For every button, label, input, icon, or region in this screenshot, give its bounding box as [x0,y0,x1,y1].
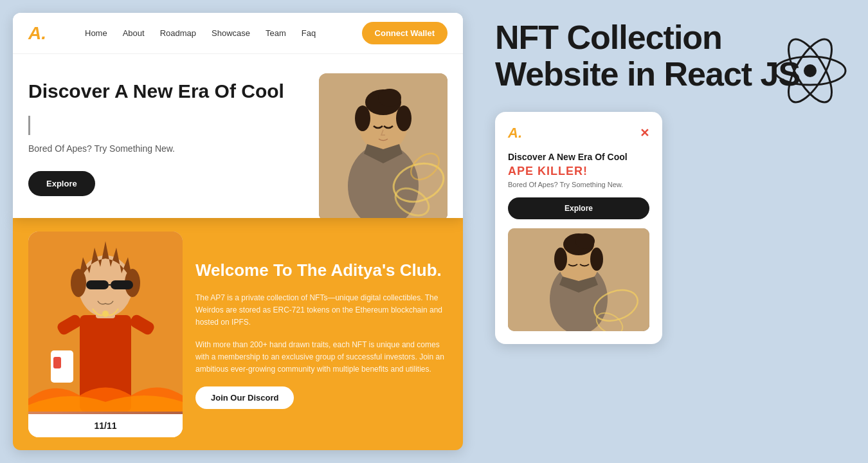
close-button[interactable]: ✕ [640,126,649,140]
mobile-header: A. ✕ [508,125,649,141]
nav-home[interactable]: Home [85,28,107,38]
left-panel: A. Home About Roadmap Showcase Team Faq … [0,0,476,463]
react-logo [772,32,849,109]
svg-point-7 [396,105,411,131]
orange-desc-1: The AP7 is a private collection of NFTs—… [195,292,448,329]
orange-title: Welcome To The Aditya's Club. [195,260,448,282]
mobile-mockup: A. ✕ Discover A New Era Of Cool APE KILL… [495,112,662,344]
svg-point-5 [378,89,401,107]
connect-wallet-button[interactable]: Connect Wallet [362,22,448,44]
site-logo: A. [28,23,46,44]
hero-subtitle: Bored Of Apes? Try Something New. [28,143,319,156]
nav-about[interactable]: About [123,28,145,38]
explore-button[interactable]: Explore [28,171,95,196]
svg-point-35 [804,64,817,77]
nft-card-image [28,232,183,414]
orange-desc-2: With more than 200+ hand drawn traits, e… [195,339,448,376]
mobile-subtitle: Bored Of Apes? Try Something New. [508,181,649,188]
nav-team[interactable]: Team [266,28,286,38]
hero-section: Discover A New Era Of Cool Bored Of Apes… [13,54,463,218]
mobile-explore-button[interactable]: Explore [508,197,649,219]
orange-section: 11/11 Welcome To The Aditya's Club. The … [13,218,463,450]
hero-title: Discover A New Era Of Cool [28,80,319,103]
navbar: A. Home About Roadmap Showcase Team Faq … [13,13,463,54]
svg-point-15 [71,269,86,297]
svg-rect-18 [111,280,133,289]
nav-roadmap[interactable]: Roadmap [160,28,196,38]
desktop-mockup: A. Home About Roadmap Showcase Team Faq … [13,13,463,218]
nft-card: 11/11 [28,232,183,437]
svg-rect-23 [53,357,61,368]
nav-links: Home About Roadmap Showcase Team Faq [85,28,362,38]
nav-faq[interactable]: Faq [302,28,316,38]
nft-card-number: 11/11 [28,414,183,437]
hero-divider [28,116,30,135]
mobile-logo: A. [508,125,522,141]
nav-showcase[interactable]: Showcase [212,28,250,38]
mobile-ape-killer: APE KILLER! [508,165,649,178]
hero-text: Discover A New Era Of Cool Bored Of Apes… [28,73,319,196]
hero-nft-image [319,73,448,218]
right-panel: NFT Collection Website in React JS A. ✕ … [476,0,868,463]
svg-point-30 [575,233,595,249]
discord-button[interactable]: Join Our Discord [195,386,294,409]
mobile-nft-image [508,228,649,331]
svg-point-6 [355,105,370,131]
svg-rect-17 [86,280,109,289]
svg-point-32 [590,248,603,271]
svg-point-31 [554,248,567,271]
mobile-hero-title: Discover A New Era Of Cool [508,152,649,162]
orange-content: Welcome To The Aditya's Club. The AP7 is… [195,260,448,409]
